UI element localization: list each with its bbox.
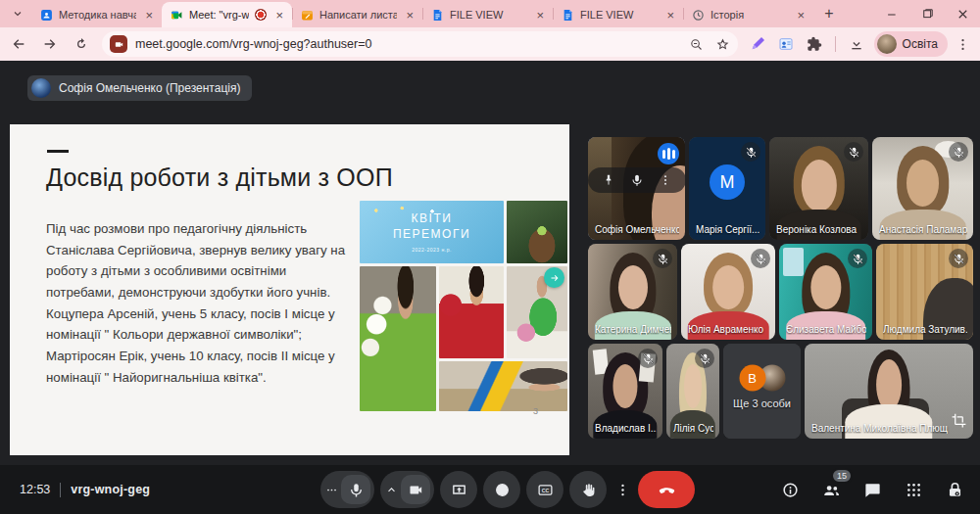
chevron-up-icon[interactable] (382, 484, 400, 496)
pen-extension-icon[interactable] (750, 36, 765, 52)
close-window-button[interactable] (945, 0, 980, 27)
tab-title: FILE VIEW (450, 9, 527, 21)
participant-tile[interactable]: Вероніка Козлова (769, 137, 868, 240)
participant-name: Ще 3 особи (723, 397, 801, 409)
host-controls-button[interactable] (946, 481, 964, 499)
people-button[interactable]: 15 (822, 481, 841, 499)
slide-dash (47, 150, 69, 153)
video-feed: В (723, 344, 801, 439)
back-icon (11, 36, 26, 52)
browser-tab[interactable]: Написати листа -× (292, 2, 422, 27)
slide-photo-collage: КВІТИ ПЕРЕМОГИ 2022-2023 н.р. (360, 201, 567, 411)
more-options-icon (659, 173, 672, 187)
download-icon[interactable] (849, 36, 864, 52)
maximize-window-button[interactable] (909, 0, 945, 27)
history-icon (692, 9, 705, 22)
tile-hover-controls[interactable] (588, 167, 685, 193)
new-tab-button[interactable]: + (817, 2, 841, 25)
presentation-slide[interactable]: Досвід роботи з дітьми з ООП Під час роз… (10, 124, 569, 455)
browser-tab[interactable]: Історія× (683, 2, 813, 27)
participant-tile[interactable]: Владислав І... (588, 344, 662, 439)
tab-search-icon[interactable] (6, 2, 29, 25)
poster-title-line1: КВІТИ (412, 211, 453, 227)
tab-close-icon[interactable]: × (142, 8, 156, 23)
participant-tile[interactable]: Софія Омельченко (588, 137, 685, 240)
profile-name: Освіта (903, 37, 938, 51)
overflow-avatars: В (739, 364, 785, 391)
raise-hand-button[interactable] (569, 471, 607, 508)
minimize-window-button[interactable] (874, 0, 909, 27)
reactions-button[interactable] (483, 471, 520, 508)
reload-icon (74, 36, 89, 52)
participant-name: Юлія Авраменко (688, 324, 769, 335)
classroom-icon (40, 9, 53, 22)
camera-permission-icon[interactable] (110, 35, 127, 53)
zoom-out-icon[interactable] (689, 37, 704, 52)
participant-tile[interactable]: Юлія Авраменко (681, 244, 775, 340)
presenter-banner: Софія Омельченко (Презентація) (27, 75, 252, 101)
more-dots-icon[interactable] (322, 484, 340, 496)
clock-time: 12:53 (20, 483, 50, 496)
microphone-icon (630, 173, 644, 187)
chat-button[interactable] (863, 481, 882, 499)
info-button[interactable] (781, 481, 800, 499)
present-screen-icon (451, 482, 467, 498)
minimize-icon (885, 7, 900, 22)
poster-subtitle: 2022-2023 н.р. (412, 247, 452, 253)
camera-button[interactable] (380, 471, 434, 508)
mic-muted-icon (653, 249, 672, 268)
camera-icon (408, 482, 424, 498)
forward-button[interactable] (37, 31, 63, 57)
profile-chip[interactable]: Освіта (874, 31, 948, 57)
tab-close-icon[interactable]: × (533, 8, 547, 23)
participant-tile[interactable]: Катерина Димчен... (588, 244, 677, 340)
mic-muted-icon (949, 249, 968, 268)
forward-icon (42, 36, 58, 52)
browser-tab[interactable]: Методика навчан× (31, 2, 162, 27)
participant-name: Софія Омельченко (595, 224, 679, 235)
speaking-indicator-icon (658, 143, 679, 164)
participant-name: Анастасія Паламар... (879, 224, 967, 235)
tab-close-icon[interactable]: × (272, 8, 286, 23)
back-button[interactable] (6, 31, 31, 57)
browser-menu-icon[interactable] (956, 37, 970, 52)
reader-extension-icon[interactable] (778, 36, 794, 52)
participants-grid: Софія ОмельченкоMМарія Сергії...Вероніка… (588, 137, 974, 443)
collage-photo-sprout (507, 201, 567, 263)
address-bar[interactable]: meet.google.com/vrg-wnoj-geg?authuser=0 (102, 31, 738, 57)
mic-muted-icon (848, 249, 867, 268)
end-call-button[interactable] (638, 471, 695, 508)
participant-tile[interactable]: MМарія Сергії... (689, 137, 765, 240)
present-screen-button[interactable] (440, 471, 477, 508)
participant-tile[interactable]: Єлизавета Майбо... (779, 244, 872, 340)
reload-button[interactable] (69, 31, 94, 57)
collage-poster: КВІТИ ПЕРЕМОГИ 2022-2023 н.р. (360, 201, 504, 263)
browser-tab[interactable]: FILE VIEW× (422, 2, 553, 27)
tab-close-icon[interactable]: × (403, 8, 416, 23)
activities-button[interactable] (905, 481, 923, 499)
participant-tile[interactable]: Валентина Миколаївна Плющ (805, 344, 973, 439)
divider (835, 36, 836, 52)
host-controls-icon (946, 481, 964, 499)
avatar: В (739, 364, 765, 391)
url-text: meet.google.com/vrg-wnoj-geg?authuser=0 (135, 37, 681, 51)
pin-icon (602, 173, 615, 187)
more-options-button[interactable] (612, 471, 632, 508)
browser-tab[interactable]: Meet: "vrg-wn× (162, 2, 292, 27)
captions-button[interactable]: CC (526, 471, 564, 508)
tab-close-icon[interactable]: × (794, 8, 808, 23)
meet-icon (171, 9, 183, 22)
microphone-button[interactable] (320, 471, 374, 508)
star-icon[interactable] (715, 37, 730, 52)
participant-tile[interactable]: Анастасія Паламар... (872, 137, 973, 240)
mic-muted-icon (638, 349, 658, 368)
extensions-puzzle-icon[interactable] (807, 36, 822, 52)
participant-tile[interactable]: Людмила Затулив... (876, 244, 973, 340)
browser-tab[interactable]: FILE VIEW× (553, 2, 683, 27)
tab-close-icon[interactable]: × (663, 8, 677, 23)
participant-name: Марія Сергії... (696, 224, 760, 235)
participant-tile[interactable]: В Ще 3 особи (723, 344, 801, 439)
slide-title: Досвід роботи з дітьми з ООП (46, 164, 393, 192)
participant-tile[interactable]: Лілія Сус (666, 344, 719, 439)
tab-title: Meet: "vrg-wn (189, 9, 249, 21)
